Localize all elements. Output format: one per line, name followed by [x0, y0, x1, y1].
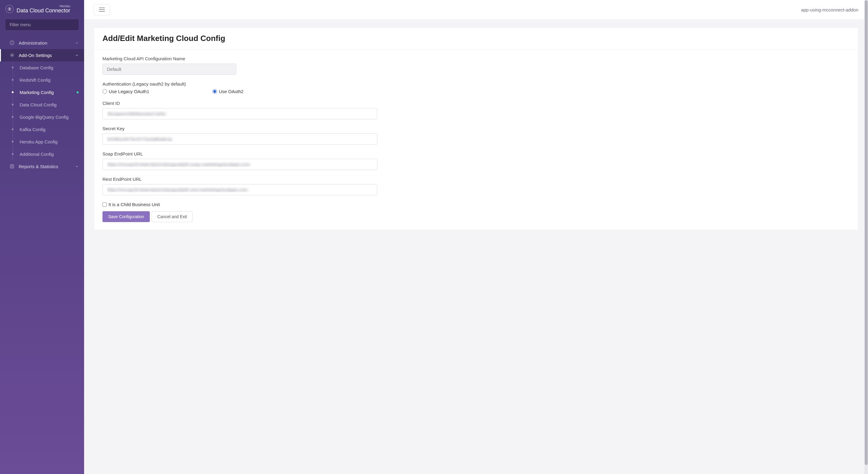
oauth1-label: Use Legacy OAuth1	[109, 89, 149, 94]
sidebar-item-marketing-config[interactable]: Marketing Config	[13, 86, 84, 98]
sidebar-section-reports[interactable]: Reports & Statistics	[0, 160, 84, 173]
oauth1-option[interactable]: Use Legacy OAuth1	[102, 89, 149, 94]
secret-key-input[interactable]	[102, 133, 377, 145]
sidebar-item-label: Redshift Config	[20, 77, 51, 83]
chevron-down-icon	[75, 40, 79, 45]
sidebar-item-redshift-config[interactable]: Redshift Config	[13, 74, 84, 86]
chevron-down-icon	[75, 164, 79, 169]
brand-header: Heroku Data Cloud Connector	[0, 0, 84, 19]
gear-icon	[10, 53, 14, 58]
rest-url-label: Rest EndPoint URL	[102, 177, 849, 182]
sidebar: Heroku Data Cloud Connector Administrati…	[0, 0, 84, 474]
config-name-label: Marketing Cloud API Configuration Name	[102, 56, 849, 61]
info-icon	[10, 40, 14, 45]
page-title: Add/Edit Marketing Cloud Config	[102, 34, 849, 43]
active-dot-icon	[76, 91, 79, 93]
svg-point-0	[9, 8, 10, 9]
sidebar-item-additional-config[interactable]: Additional Config	[13, 148, 84, 160]
oauth1-radio[interactable]	[102, 89, 107, 94]
sidebar-section-label: Add-On Settings	[19, 53, 52, 58]
sidebar-item-label: Marketing Config	[20, 90, 54, 95]
sidebar-section-administration[interactable]: Administration	[0, 37, 84, 49]
config-name-input[interactable]	[102, 64, 236, 75]
sidebar-item-label: Heroku App Config	[20, 139, 58, 144]
sidebar-section-label: Reports & Statistics	[19, 164, 58, 169]
svg-point-4	[11, 55, 13, 56]
cancel-button[interactable]: Cancel and Exit	[152, 211, 193, 222]
sidebar-item-label: Google BigQuery Config	[20, 115, 69, 120]
sidebar-item-google-bigquery-config[interactable]: Google BigQuery Config	[13, 111, 84, 123]
topbar: app-using-mcconnect-addon	[84, 0, 868, 20]
scrollbar-track[interactable]	[864, 20, 868, 474]
chevron-up-icon	[75, 53, 79, 58]
oauth2-option[interactable]: Use OAuth2	[213, 89, 244, 94]
child-bu-checkbox[interactable]	[102, 202, 107, 207]
soap-url-input[interactable]	[102, 159, 377, 170]
sidebar-item-label: Additional Config	[20, 152, 54, 157]
report-icon	[10, 164, 14, 169]
hamburger-button[interactable]	[94, 4, 110, 15]
oauth2-label: Use OAuth2	[219, 89, 244, 94]
sidebar-item-label: Kafka Config	[20, 127, 45, 132]
soap-url-label: Soap EndPoint URL	[102, 151, 849, 156]
child-bu-label: It is a Child Business Unit	[108, 202, 160, 207]
sidebar-item-label: Data Cloud Config	[20, 102, 57, 107]
svg-point-3	[12, 41, 12, 42]
secret-key-label: Secret Key	[102, 126, 849, 131]
hamburger-icon	[99, 7, 105, 12]
scrollbar-thumb[interactable]	[865, 20, 868, 465]
sidebar-item-heroku-app-config[interactable]: Heroku App Config	[13, 136, 84, 148]
rest-url-input[interactable]	[102, 184, 377, 195]
sidebar-item-kafka-config[interactable]: Kafka Config	[13, 123, 84, 136]
child-bu-option[interactable]: It is a Child Business Unit	[102, 202, 849, 207]
sidebar-item-database-config[interactable]: Database Config	[13, 61, 84, 74]
brand-title: Data Cloud Connector	[17, 8, 70, 14]
sidebar-section-addon-settings[interactable]: Add-On Settings	[0, 49, 84, 61]
client-id-label: Client ID	[102, 101, 849, 106]
filter-menu-input[interactable]	[5, 19, 79, 30]
config-card: Add/Edit Marketing Cloud Config Marketin…	[94, 27, 858, 230]
sidebar-item-data-cloud-config[interactable]: Data Cloud Config	[13, 98, 84, 111]
sidebar-section-label: Administration	[19, 40, 47, 45]
auth-label: Authentication (Legacy oauth2 by default…	[102, 82, 849, 87]
sidebar-item-label: Database Config	[20, 65, 53, 70]
oauth2-radio[interactable]	[213, 89, 217, 94]
logo-icon	[5, 5, 13, 13]
save-button[interactable]: Save Configuration	[102, 211, 150, 222]
client-id-input[interactable]	[102, 108, 377, 119]
app-name: app-using-mcconnect-addon	[801, 7, 858, 12]
